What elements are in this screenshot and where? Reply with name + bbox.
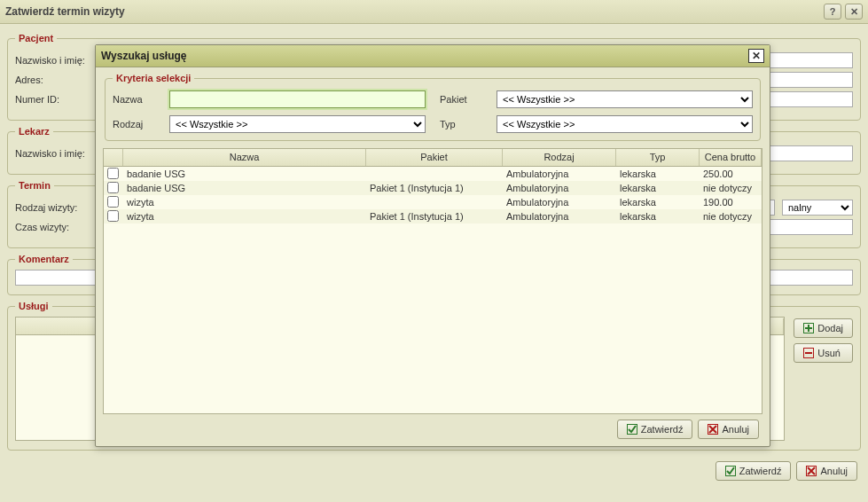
col-rodzaj[interactable]: Rodzaj (503, 149, 616, 166)
check-icon (725, 466, 736, 476)
row-checkbox[interactable] (107, 196, 119, 208)
row-pakiet: Pakiet 1 (Instytucja 1) (366, 182, 503, 194)
modal-title-bar: Wyszukaj usługę ✕ (96, 45, 770, 67)
main-title-bar: Zatwierdź termin wizyty ? ✕ (0, 0, 868, 24)
legend-lekarz: Lekarz (15, 126, 53, 137)
row-pakiet (366, 173, 503, 175)
label-lekarz-nazwisko: Nazwisko i imię: (15, 148, 95, 159)
row-rodzaj: Ambulatoryjna (503, 168, 616, 180)
crit-select-typ[interactable]: << Wszystkie >> (497, 115, 753, 133)
crit-select-rodzaj[interactable]: << Wszystkie >> (169, 115, 426, 133)
legend-uslugi: Usługi (15, 301, 52, 311)
col-cena[interactable]: Cena brutto (700, 149, 762, 166)
cancel-icon (806, 466, 817, 476)
modal-cancel-button[interactable]: Anuluj (698, 420, 759, 439)
row-cena: nie dotyczy (700, 182, 762, 194)
row-rodzaj: Ambulatoryjna (503, 182, 616, 194)
label-nazwisko: Nazwisko i imię: (15, 55, 95, 66)
table-row[interactable]: wizytaPakiet 1 (Instytucja 1)Ambulatoryj… (104, 209, 762, 224)
table-row[interactable]: badanie USGPakiet 1 (Instytucja 1)Ambula… (104, 181, 762, 195)
row-cena: 250.00 (700, 168, 762, 180)
cancel-icon (708, 424, 718, 435)
row-pakiet: Pakiet 1 (Instytucja 1) (366, 210, 503, 223)
row-nazwa: badanie USG (123, 168, 366, 180)
criteria-legend: Kryteria selekcji (113, 73, 194, 83)
table-row[interactable]: badanie USGAmbulatoryjnalekarska250.00 (104, 167, 762, 181)
legend-komentarz: Komentarz (15, 254, 73, 264)
row-rodzaj: Ambulatoryjna (503, 210, 616, 223)
col-pakiet[interactable]: Pakiet (366, 149, 503, 166)
row-typ: lekarska (616, 168, 700, 180)
crit-select-pakiet[interactable]: << Wszystkie >> (497, 90, 753, 108)
add-service-button[interactable]: Dodaj (794, 318, 853, 338)
table-row[interactable]: wizytaAmbulatoryjnalekarska190.00 (104, 195, 762, 209)
modal-title: Wyszukaj usługę (101, 50, 186, 62)
row-nazwa: badanie USG (123, 182, 366, 194)
row-rodzaj: Ambulatoryjna (503, 196, 616, 208)
label-czas-wizyty: Czas wizyty: (15, 222, 95, 232)
crit-label-pakiet: Pakiet (440, 94, 482, 105)
crit-label-typ: Typ (440, 119, 482, 129)
add-button-label: Dodaj (817, 323, 843, 333)
main-ok-label: Zatwierdź (739, 466, 782, 476)
legend-pacjent: Pacjent (15, 33, 57, 43)
label-numerid: Numer ID: (15, 94, 95, 105)
select-termin-extra[interactable]: nalny (782, 200, 853, 216)
col-typ[interactable]: Typ (616, 149, 700, 166)
results-grid: Nazwa Pakiet Rodzaj Typ Cena brutto bada… (103, 148, 762, 414)
main-cancel-label: Anuluj (820, 466, 848, 476)
row-checkbox[interactable] (107, 168, 119, 179)
remove-service-button[interactable]: Usuń (794, 343, 853, 363)
results-header: Nazwa Pakiet Rodzaj Typ Cena brutto (104, 149, 762, 167)
row-nazwa: wizyta (123, 196, 366, 208)
row-pakiet (366, 201, 503, 203)
main-ok-button[interactable]: Zatwierdź (716, 461, 792, 481)
crit-input-nazwa[interactable] (169, 90, 426, 108)
plus-icon (803, 323, 814, 333)
row-cena: nie dotyczy (700, 210, 762, 223)
minus-icon (803, 348, 814, 358)
legend-termin: Termin (15, 180, 54, 191)
row-typ: lekarska (616, 182, 700, 194)
row-typ: lekarska (616, 196, 700, 208)
modal-ok-label: Zatwierdź (641, 424, 684, 435)
row-typ: lekarska (616, 210, 700, 223)
main-cancel-button[interactable]: Anuluj (796, 461, 857, 481)
modal-close-button[interactable]: ✕ (748, 49, 764, 63)
check-icon (627, 424, 637, 435)
row-checkbox[interactable] (107, 210, 119, 222)
modal-cancel-label: Anuluj (722, 424, 749, 435)
remove-button-label: Usuń (817, 348, 841, 358)
modal-ok-button[interactable]: Zatwierdź (617, 420, 693, 439)
row-checkbox[interactable] (107, 182, 119, 193)
row-cena: 190.00 (700, 196, 762, 208)
row-nazwa: wizyta (123, 210, 366, 223)
main-title: Zatwierdź termin wizyty (5, 5, 125, 18)
help-button[interactable]: ? (824, 4, 841, 20)
crit-label-rodzaj: Rodzaj (113, 119, 155, 129)
close-button[interactable]: ✕ (845, 4, 863, 20)
criteria-fieldset: Kryteria selekcji Nazwa Pakiet << Wszyst… (105, 73, 761, 141)
crit-label-nazwa: Nazwa (113, 94, 155, 105)
label-adres: Adres: (15, 75, 95, 85)
col-nazwa[interactable]: Nazwa (123, 149, 366, 166)
search-service-modal: Wyszukaj usługę ✕ Kryteria selekcji Nazw… (95, 44, 770, 447)
label-rodzaj-wizyty: Rodzaj wizyty: (15, 202, 95, 213)
